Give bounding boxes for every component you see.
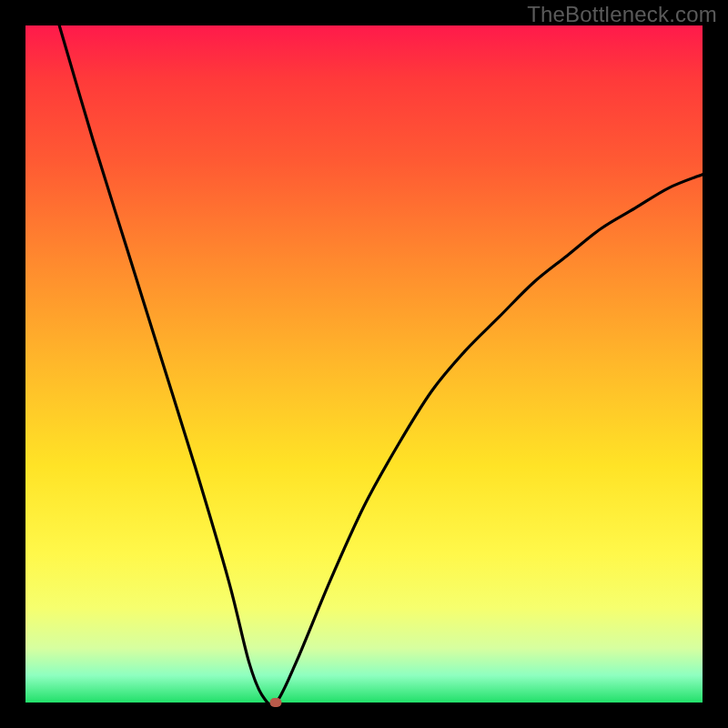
- chart-frame: TheBottleneck.com: [0, 0, 728, 728]
- plot-area: [25, 25, 703, 703]
- curve-svg: [25, 25, 703, 703]
- minimum-marker: [270, 698, 282, 707]
- bottleneck-curve: [59, 25, 703, 703]
- watermark-text: TheBottleneck.com: [527, 2, 717, 27]
